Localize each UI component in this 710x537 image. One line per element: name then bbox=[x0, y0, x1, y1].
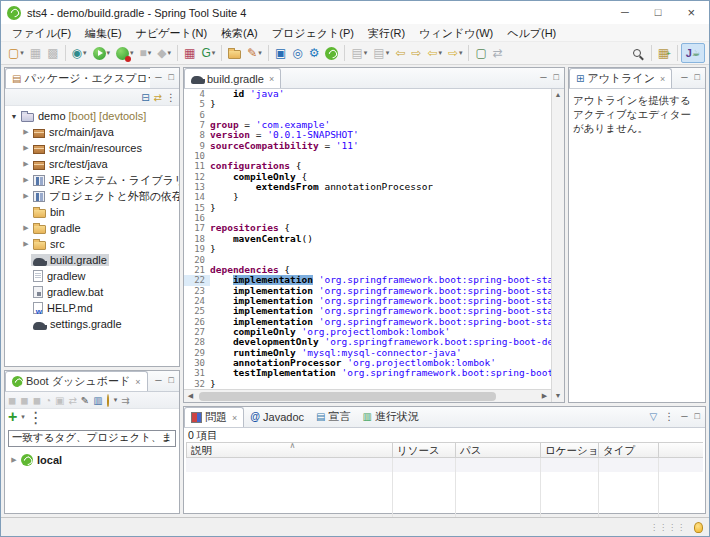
maximize-view-icon[interactable]: □ bbox=[695, 406, 700, 427]
forward-icon[interactable]: ⇨▾ bbox=[445, 43, 466, 63]
code-line-25[interactable]: 25 implementation 'org.springframework.b… bbox=[184, 306, 551, 316]
add-target-icon[interactable]: + bbox=[8, 408, 17, 426]
run-configurations-icon[interactable]: ▾ bbox=[113, 43, 137, 63]
pkg-item-gradlew[interactable]: gradlew bbox=[5, 268, 179, 284]
pkg-item-src-main-java[interactable]: ▶src/main/java bbox=[5, 124, 179, 140]
code-line-11[interactable]: 11configurations { bbox=[184, 161, 551, 171]
column-header-1[interactable]: リソース bbox=[393, 442, 456, 458]
minimize-button[interactable]: ─ bbox=[621, 1, 629, 24]
code-line-15[interactable]: 15} bbox=[184, 203, 551, 213]
code-line-18[interactable]: 18 mavenCentral() bbox=[184, 234, 551, 244]
code-line-8[interactable]: 8version = '0.0.1-SNAPSHOT' bbox=[184, 130, 551, 140]
last-edit-location-icon[interactable]: ⇦ bbox=[392, 43, 408, 63]
collapse-all-icon[interactable]: ⊟ bbox=[141, 90, 149, 105]
horizontal-scrollbar[interactable]: ◀ ▶ bbox=[184, 389, 551, 402]
dropdown-arrow-icon[interactable]: ▾ bbox=[212, 49, 216, 57]
dropdown-arrow-icon[interactable]: ▾ bbox=[258, 49, 262, 57]
dropdown-arrow-icon[interactable]: ▾ bbox=[364, 49, 368, 57]
tree-collapsed-icon[interactable]: ▶ bbox=[21, 128, 31, 136]
code-line-23[interactable]: 23 implementation 'org.springframework.b… bbox=[184, 286, 551, 296]
code-line-6[interactable]: 6 bbox=[184, 110, 551, 120]
dropdown-arrow-icon[interactable]: ▾ bbox=[107, 49, 111, 57]
scroll-down-icon[interactable]: ▼ bbox=[555, 390, 562, 402]
code-line-20[interactable]: 20 bbox=[184, 255, 551, 265]
boot-item-local[interactable]: ▶local bbox=[5, 452, 179, 468]
scroll-right-icon[interactable]: ▶ bbox=[538, 392, 551, 400]
pkg-item-build-gradle[interactable]: build.gradle bbox=[5, 252, 179, 268]
pkg-item--[interactable]: ▶プロジェクトと外部の依存関係 bbox=[5, 188, 179, 204]
link-icon[interactable]: ⇄ bbox=[490, 43, 506, 63]
menu-help[interactable]: ヘルプ(H) bbox=[500, 24, 563, 42]
redeploy-icon[interactable]: ⇄ bbox=[68, 393, 76, 408]
code-line-14[interactable]: 14 } bbox=[184, 192, 551, 202]
maximize-button[interactable]: □ bbox=[655, 1, 662, 24]
minimize-editor-icon[interactable]: ─ bbox=[540, 67, 546, 88]
pkg-item-jre-[interactable]: ▶JRE システム・ライブラリー[JavaSE-11] bbox=[5, 172, 179, 188]
tree-collapsed-icon[interactable]: ▶ bbox=[9, 456, 19, 464]
maximize-view-icon[interactable]: □ bbox=[169, 370, 174, 391]
pkg-item-demo[interactable]: ▼demo[boot] [devtools] bbox=[5, 108, 179, 124]
tree-collapsed-icon[interactable]: ▶ bbox=[21, 240, 31, 248]
code-line-21[interactable]: 21dependencies { bbox=[184, 265, 551, 275]
code-editor[interactable]: 4 id 'java'5}67group = 'com.example'8ver… bbox=[184, 89, 551, 389]
code-line-28[interactable]: 28 developmentOnly 'org.springframework.… bbox=[184, 337, 551, 347]
status-grip[interactable]: ⋮⋮ bbox=[668, 523, 686, 532]
restart-icon[interactable]: ◼ bbox=[20, 393, 28, 408]
tree-collapsed-icon[interactable]: ▶ bbox=[21, 192, 31, 200]
open-resource-icon[interactable] bbox=[225, 43, 244, 63]
dropdown-arrow-icon[interactable]: ▾ bbox=[20, 49, 24, 57]
search-icon[interactable] bbox=[628, 43, 648, 63]
pin-editor-icon[interactable]: ▢ bbox=[472, 43, 489, 63]
code-line-16[interactable]: 16 bbox=[184, 213, 551, 223]
start-icon[interactable]: ◼ bbox=[33, 393, 41, 408]
new-java-project-icon[interactable]: ▦ bbox=[181, 43, 198, 63]
dropdown-arrow-icon[interactable]: ▾ bbox=[21, 413, 25, 421]
dropdown-arrow-icon[interactable]: ▾ bbox=[83, 49, 87, 57]
table-row[interactable] bbox=[186, 472, 703, 486]
pkg-item-gradlew-bat[interactable]: gradlew.bat bbox=[5, 284, 179, 300]
column-header-3[interactable]: ロケーション bbox=[541, 442, 599, 458]
dropdown-arrow-icon[interactable]: ▾ bbox=[386, 49, 390, 57]
tab-boot-dashboard[interactable]: Boot ダッシュボード × bbox=[5, 371, 148, 391]
menu-file[interactable]: ファイル(F) bbox=[5, 24, 78, 42]
minimize-view-icon[interactable]: ─ bbox=[681, 67, 687, 88]
back-icon[interactable]: ⇦▾ bbox=[424, 43, 445, 63]
scrollbar-thumb[interactable] bbox=[199, 392, 496, 401]
code-line-26[interactable]: 26 implementation 'org.springframework.b… bbox=[184, 317, 551, 327]
dropdown-arrow-icon[interactable]: ▾ bbox=[130, 49, 134, 57]
code-line-4[interactable]: 4 id 'java' bbox=[184, 89, 551, 99]
menu-navigate[interactable]: ナビゲート(N) bbox=[129, 24, 214, 42]
menu-window[interactable]: ウィンドウ(W) bbox=[412, 24, 500, 42]
tab-build-gradle[interactable]: build.gradle × bbox=[184, 68, 281, 88]
tree-collapsed-icon[interactable]: ▶ bbox=[21, 144, 31, 152]
pkg-item-bin[interactable]: bin bbox=[5, 204, 179, 220]
code-line-30[interactable]: 30 annotationProcessor 'org.projectlombo… bbox=[184, 358, 551, 368]
search-annotations-icon[interactable]: ◎ bbox=[289, 43, 305, 63]
column-header-2[interactable]: パス bbox=[456, 442, 541, 458]
console-icon[interactable]: ▣ bbox=[272, 43, 289, 63]
code-line-32[interactable]: 32} bbox=[184, 379, 551, 389]
maximize-editor-icon[interactable]: □ bbox=[554, 67, 559, 88]
pause-icon[interactable]: ◔ bbox=[45, 393, 51, 408]
tab-進行状況[interactable]: ▥進行状況 bbox=[356, 406, 424, 427]
pkg-item-settings-gradle[interactable]: settings.gradle bbox=[5, 316, 179, 332]
view-menu-icon[interactable]: ⋮ bbox=[166, 90, 176, 105]
close-button[interactable]: × bbox=[687, 1, 695, 24]
tree-expanded-icon[interactable]: ▼ bbox=[9, 113, 19, 120]
minimize-view-icon[interactable]: ─ bbox=[155, 370, 161, 391]
notification-bulb-icon[interactable] bbox=[694, 522, 703, 533]
scroll-left-icon[interactable]: ◀ bbox=[184, 392, 197, 400]
title-bar[interactable]: sts4 - demo/build.gradle - Spring Tool S… bbox=[1, 1, 709, 24]
boot-dashboard-filter-input[interactable] bbox=[8, 430, 176, 447]
connect-icon[interactable]: ⇉ bbox=[121, 393, 129, 408]
view-menu-icon[interactable]: ⋮ bbox=[28, 408, 44, 427]
columns-icon[interactable]: ▥ bbox=[93, 393, 102, 408]
tab-close-icon[interactable]: × bbox=[660, 74, 665, 84]
tab-問題[interactable]: 問題× bbox=[184, 407, 244, 427]
code-line-31[interactable]: 31 testImplementation 'org.springframewo… bbox=[184, 368, 551, 378]
tab-Javadoc[interactable]: @Javadoc bbox=[244, 406, 310, 427]
menu-search[interactable]: 検索(A) bbox=[214, 24, 265, 42]
dropdown-arrow-icon[interactable]: ▾ bbox=[459, 49, 463, 57]
column-header-4[interactable]: タイプ bbox=[599, 442, 659, 458]
link-with-editor-icon[interactable]: ⇄ bbox=[154, 90, 162, 105]
